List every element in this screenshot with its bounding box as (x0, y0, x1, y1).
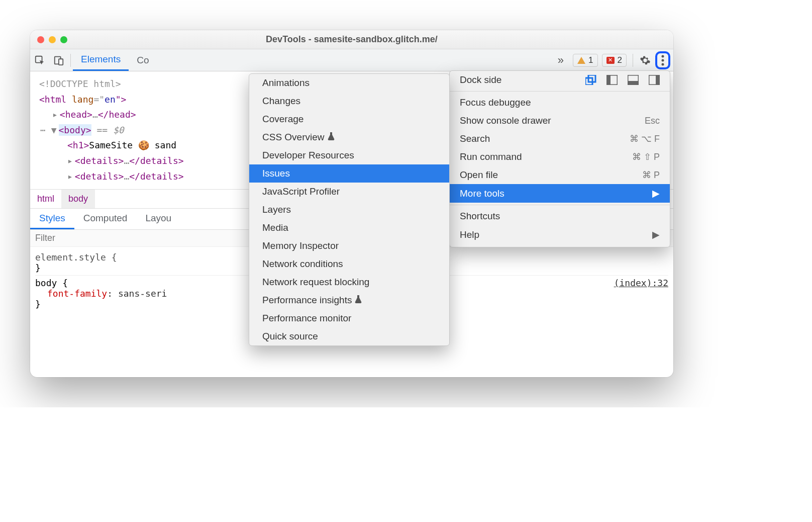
errors-badge[interactable]: ✕ 2 (602, 54, 627, 67)
dock-undock-icon[interactable] (585, 75, 596, 85)
window-title: DevTools - samesite-sandbox.glitch.me/ (67, 34, 666, 45)
chevron-right-icon: ▶ (652, 188, 660, 199)
css-property[interactable]: font-family (47, 288, 107, 299)
chevron-right-icon: ▶ (652, 229, 660, 240)
warnings-badge[interactable]: 1 (573, 54, 597, 67)
flask-icon (355, 295, 362, 306)
source-link[interactable]: (index):32 (614, 278, 668, 288)
settings-gear-icon[interactable] (635, 55, 655, 66)
inspect-element-icon[interactable] (30, 55, 49, 66)
tools-item-css-overview[interactable]: CSS Overview (249, 128, 449, 146)
svg-rect-11 (628, 81, 639, 85)
tab-console-truncated[interactable]: Co (129, 49, 157, 71)
tools-item-javascript-profiler[interactable]: JavaScript Profiler (249, 183, 449, 201)
tools-item-media[interactable]: Media (249, 219, 449, 237)
minimize-window-button[interactable] (49, 36, 56, 43)
menu-run-command[interactable]: Run command⌘ ⇧ P (450, 148, 670, 166)
error-icon: ✕ (606, 57, 615, 64)
tools-item-animations[interactable]: Animations (249, 74, 449, 92)
tab-layout[interactable]: Layou (136, 209, 180, 229)
svg-rect-13 (656, 75, 660, 85)
svg-point-5 (662, 63, 664, 65)
toolbar-divider (70, 54, 71, 67)
crumb-html[interactable]: html (30, 190, 61, 208)
tools-item-network-request-blocking[interactable]: Network request blocking (249, 273, 449, 291)
rule-selector: body { (35, 278, 68, 288)
filter-input[interactable] (35, 233, 152, 243)
tab-elements[interactable]: Elements (73, 49, 129, 71)
titlebar: DevTools - samesite-sandbox.glitch.me/ (30, 30, 673, 49)
tools-item-performance-monitor[interactable]: Performance monitor (249, 309, 449, 327)
main-menu: Dock side Focus debuggee Show console dr… (449, 70, 670, 247)
more-tabs-icon[interactable]: » (549, 54, 573, 67)
tools-item-quick-source[interactable]: Quick source (249, 327, 449, 345)
menu-search[interactable]: Search⌘ ⌥ F (450, 130, 670, 148)
traffic-lights (37, 36, 67, 43)
flask-icon (328, 132, 335, 143)
menu-show-console[interactable]: Show console drawerEsc (450, 112, 670, 130)
svg-point-4 (662, 59, 664, 61)
more-tools-submenu: AnimationsChangesCoverageCSS OverviewDev… (249, 73, 450, 346)
svg-rect-9 (606, 75, 611, 85)
dock-right-icon[interactable] (649, 75, 660, 85)
menu-open-file[interactable]: Open file⌘ P (450, 166, 670, 184)
dock-left-icon[interactable] (606, 75, 618, 85)
menu-help[interactable]: Help▶ (450, 225, 670, 244)
menu-more-tools[interactable]: More tools▶ (450, 184, 670, 203)
tab-computed[interactable]: Computed (74, 209, 137, 229)
tools-item-changes[interactable]: Changes (249, 92, 449, 110)
tools-item-memory-inspector[interactable]: Memory Inspector (249, 237, 449, 255)
menu-focus-debuggee[interactable]: Focus debuggee (450, 94, 670, 112)
svg-point-3 (662, 55, 664, 57)
devtools-window: DevTools - samesite-sandbox.glitch.me/ E… (30, 30, 673, 377)
close-window-button[interactable] (37, 36, 44, 43)
tools-item-developer-resources[interactable]: Developer Resources (249, 146, 449, 164)
zoom-window-button[interactable] (60, 36, 67, 43)
menu-dock-side: Dock side (450, 71, 670, 89)
menu-shortcuts[interactable]: Shortcuts (450, 207, 670, 225)
tools-item-performance-insights[interactable]: Performance insights (249, 291, 449, 309)
dock-bottom-icon[interactable] (628, 75, 639, 85)
warning-icon (577, 57, 585, 64)
device-toolbar-icon[interactable] (49, 55, 68, 66)
warnings-count: 1 (588, 55, 593, 65)
tools-item-layers[interactable]: Layers (249, 201, 449, 219)
crumb-body[interactable]: body (61, 190, 95, 208)
rule-selector: element.style { (35, 252, 117, 263)
tools-item-issues[interactable]: Issues (249, 164, 449, 183)
kebab-menu-icon[interactable] (655, 51, 670, 69)
main-toolbar: Elements Co » 1 ✕ 2 (30, 49, 673, 71)
errors-count: 2 (618, 55, 622, 65)
tab-styles[interactable]: Styles (30, 209, 74, 229)
svg-rect-2 (59, 59, 63, 65)
tools-item-coverage[interactable]: Coverage (249, 110, 449, 128)
tools-item-network-conditions[interactable]: Network conditions (249, 255, 449, 273)
toolbar-divider (633, 54, 633, 67)
